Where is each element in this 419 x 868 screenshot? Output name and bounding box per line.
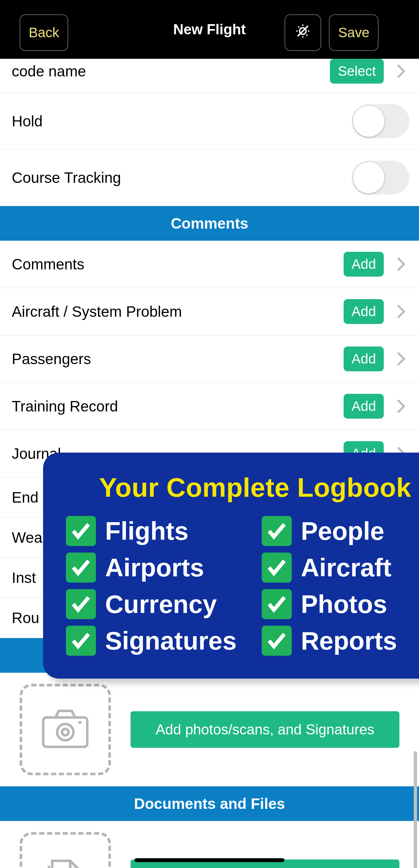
toggle-knob — [353, 162, 384, 193]
check-icon — [262, 626, 292, 656]
scrollbar[interactable] — [414, 751, 417, 868]
feature-item: People — [262, 516, 419, 546]
photos-block: Add photos/scans, and Signatures — [0, 673, 419, 786]
check-icon — [66, 626, 96, 656]
check-icon — [66, 516, 96, 546]
feature-label: Photos — [301, 589, 387, 619]
row-code-name[interactable]: code name Select — [0, 59, 419, 93]
promo-title: Your Complete Logbook — [66, 472, 419, 503]
chevron-right-icon — [392, 64, 405, 78]
chevron-right-icon — [392, 305, 405, 318]
home-indicator[interactable] — [134, 858, 285, 862]
row-label: Passengers — [12, 350, 344, 368]
page-title: New Flight — [173, 21, 246, 37]
add-button[interactable]: Add — [344, 394, 384, 418]
row-passengers[interactable]: Passengers Add — [0, 335, 419, 383]
svg-point-4 — [62, 729, 68, 736]
add-button[interactable]: Add — [344, 252, 384, 277]
hold-toggle[interactable] — [352, 104, 409, 138]
dark-mode-button[interactable] — [285, 14, 321, 51]
check-icon — [262, 589, 292, 619]
feature-label: People — [301, 516, 384, 546]
feature-label: Signatures — [105, 626, 236, 656]
chevron-right-icon — [392, 257, 405, 271]
row-label: code name — [12, 62, 330, 80]
feature-item: Aircraft — [262, 553, 419, 583]
feature-item: Flights — [66, 516, 249, 546]
row-hold[interactable]: Hold — [0, 93, 419, 150]
header-bar: Back New Flight Save — [0, 0, 419, 59]
back-button[interactable]: Back — [20, 14, 68, 51]
chevron-right-icon — [392, 352, 405, 366]
promo-overlay: Your Complete Logbook Flights People Air… — [43, 453, 419, 679]
feature-item: Currency — [66, 589, 249, 619]
row-training-record[interactable]: Training Record Add — [0, 383, 419, 430]
row-label: Comments — [12, 255, 344, 273]
add-button[interactable]: Add — [344, 299, 384, 324]
check-icon — [66, 553, 96, 583]
add-photos-button[interactable]: Add photos/scans, and Signatures — [131, 711, 399, 748]
save-button[interactable]: Save — [329, 14, 379, 51]
feature-item: Reports — [262, 626, 419, 656]
select-button[interactable]: Select — [330, 59, 384, 84]
row-label: Course Tracking — [12, 169, 352, 186]
row-course-tracking[interactable]: Course Tracking — [0, 150, 419, 206]
feature-item: Photos — [262, 589, 419, 619]
check-icon — [66, 589, 96, 619]
row-comments[interactable]: Comments Add — [0, 241, 419, 288]
chevron-right-icon — [392, 399, 405, 413]
feature-label: Flights — [105, 516, 189, 546]
feature-grid: Flights People Airports Aircraft Currenc… — [66, 516, 419, 656]
promo-card[interactable]: Your Complete Logbook Flights People Air… — [43, 453, 419, 679]
feature-label: Aircraft — [301, 553, 391, 583]
row-label: Training Record — [12, 397, 344, 415]
section-header-docs: Documents and Files — [0, 786, 419, 821]
feature-label: Currency — [105, 589, 217, 619]
course-tracking-toggle[interactable] — [352, 161, 409, 195]
camera-icon — [41, 708, 90, 751]
check-icon — [262, 516, 292, 546]
toggle-knob — [353, 105, 384, 137]
document-icon — [44, 854, 87, 868]
feature-item: Airports — [66, 553, 249, 583]
doc-placeholder[interactable] — [20, 832, 111, 868]
row-aircraft-problem[interactable]: Aircraft / System Problem Add — [0, 288, 419, 335]
row-label: Aircraft / System Problem — [12, 303, 344, 320]
row-label: Hold — [12, 112, 352, 130]
add-button[interactable]: Add — [344, 346, 384, 371]
check-icon — [262, 553, 292, 583]
svg-point-3 — [57, 724, 73, 740]
photo-placeholder[interactable] — [20, 684, 111, 775]
section-header-comments: Comments — [0, 206, 419, 241]
feature-label: Reports — [301, 626, 397, 656]
dark-mode-icon — [295, 23, 311, 42]
feature-label: Airports — [105, 553, 204, 583]
feature-item: Signatures — [66, 626, 249, 656]
